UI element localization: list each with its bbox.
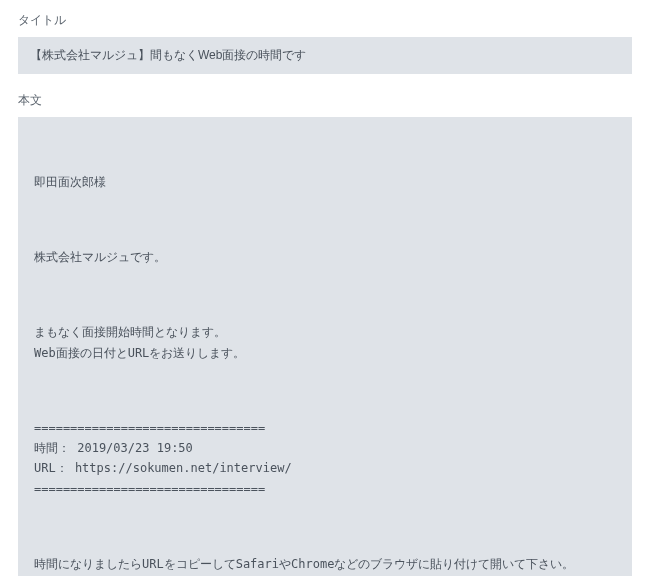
body-recipient: 即田面次郎様 <box>34 172 616 192</box>
body-sender-intro: 株式会社マルジュです。 <box>34 247 616 267</box>
body-instructions: 時間になりましたらURLをコピーしてSafariやChromeなどのブラウザに貼… <box>34 554 616 576</box>
email-body-box: 即田面次郎様 株式会社マルジュです。 まもなく面接開始時間となります。 Web面… <box>18 117 632 576</box>
body-schedule-block: ================================ 時間： 201… <box>34 418 616 500</box>
body-section-label: 本文 <box>18 92 632 109</box>
body-notice: まもなく面接開始時間となります。 Web面接の日付とURLをお送りします。 <box>34 322 616 363</box>
title-section-label: タイトル <box>18 12 632 29</box>
email-title-bar: 【株式会社マルジュ】間もなくWeb面接の時間です <box>18 37 632 74</box>
